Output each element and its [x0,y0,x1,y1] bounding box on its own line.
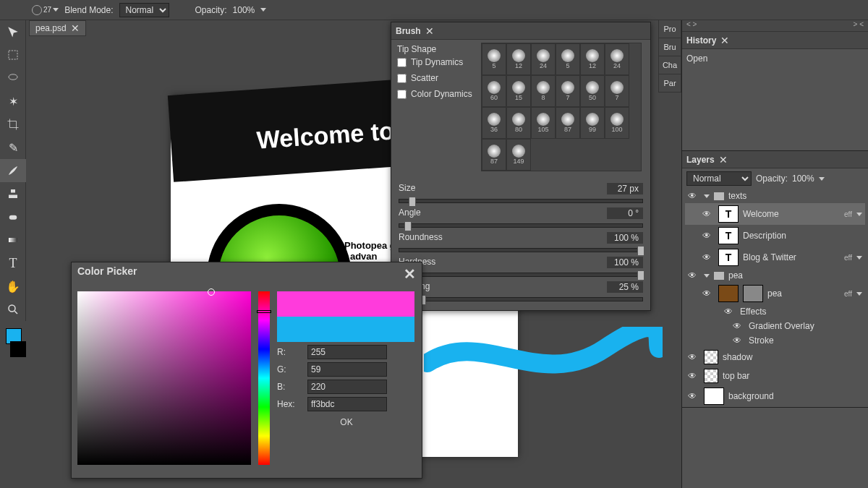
hand-tool[interactable]: ✋ [0,275,26,298]
crop-tool[interactable] [0,113,26,136]
lasso-tool[interactable] [0,67,26,90]
saturation-value-field[interactable] [77,291,251,465]
visibility-icon[interactable]: 👁 [688,352,699,362]
folder-icon [714,192,724,200]
type-tool[interactable]: T [0,252,26,275]
visibility-icon[interactable]: 👁 [688,391,699,401]
dialog-title: Color Picker [77,265,137,283]
brush-tab[interactable]: Tip Shape [397,44,472,54]
document-tab[interactable]: pea.psd ✕ [29,20,86,36]
chevron-down-icon [53,8,59,12]
side-tab[interactable]: Pro [659,20,681,38]
close-icon[interactable]: ✕ [720,35,729,46]
brush-tool[interactable] [0,159,26,182]
visibility-icon[interactable]: 👁 [688,270,699,281]
stamp-tool[interactable] [0,182,26,205]
eyedropper-tool[interactable]: ✎ [0,136,26,159]
brush-preset[interactable]: 7 [605,75,629,107]
color-dynamics-check[interactable]: Color Dynamics [397,86,472,102]
folder-icon [714,272,724,280]
svg-rect-3 [9,238,17,242]
close-icon[interactable]: ✕ [71,22,80,34]
brush-preset[interactable]: 80 [506,107,531,139]
history-item[interactable]: Open [686,53,864,64]
brush-preset[interactable]: 24 [605,43,629,75]
chevron-down-icon[interactable] [819,177,825,181]
collapsed-panel-tabs: Pro Bru Cha Par [658,20,681,93]
visibility-icon[interactable]: 👁 [688,371,699,381]
visibility-icon[interactable]: 👁 [733,321,744,331]
visibility-icon[interactable]: 👁 [702,252,714,262]
brush-preset[interactable]: 36 [482,107,506,139]
zoom-tool[interactable] [0,298,26,321]
gradient-tool[interactable] [0,228,26,252]
history-list[interactable]: Open [682,49,868,150]
eraser-tool[interactable] [0,205,26,228]
brush-preset[interactable]: 50 [580,75,605,107]
chevron-down-icon[interactable] [260,8,266,12]
brush-preset[interactable]: 12 [580,43,605,75]
visibility-icon[interactable]: 👁 [702,231,714,241]
brush-preset[interactable]: 24 [531,43,556,75]
side-tab[interactable]: Cha [659,56,681,74]
close-icon[interactable]: ✕ [425,25,434,37]
visibility-icon[interactable]: 👁 [688,191,699,201]
close-icon[interactable]: ✕ [404,265,416,283]
side-tab[interactable]: Bru [659,38,681,56]
blend-mode-label: Blend Mode: [64,5,113,15]
brush-preset[interactable]: 149 [506,139,531,171]
brush-preset[interactable]: 60 [482,75,506,107]
r-input[interactable] [307,345,387,359]
tool-palette: ✶ ✎ T ✋ [0,20,26,321]
brush-preset[interactable]: 87 [556,107,580,139]
wand-tool[interactable]: ✶ [0,90,26,113]
blend-mode-select[interactable]: Normal [119,3,169,17]
panel-title: Brush [396,26,421,36]
brush-size-indicator[interactable]: 27 [32,5,59,15]
slider-size[interactable]: Size27 px [399,183,643,203]
hue-slider[interactable] [258,291,270,465]
visibility-icon[interactable]: 👁 [702,288,714,299]
close-icon[interactable]: ✕ [719,154,728,166]
visibility-icon[interactable]: 👁 [702,209,714,219]
visibility-icon[interactable]: 👁 [724,307,736,317]
slider-angle[interactable]: Angle0 ° [399,207,643,228]
move-tool[interactable] [0,20,26,43]
slider-roundness[interactable]: Roundness100 % [399,232,643,252]
ok-button[interactable]: OK [277,414,416,430]
brush-preset[interactable]: 87 [482,139,506,171]
brush-preset[interactable]: 99 [580,107,605,139]
brush-preset[interactable]: 105 [531,107,556,139]
slider-spacing[interactable]: Spacing25 % [399,281,643,301]
slider-hardness[interactable]: Hardness100 % [399,257,643,277]
opacity-value[interactable]: 100% [233,5,255,15]
brush-preset-grid[interactable]: 51224512246015875073680105879910087149 [481,43,642,171]
opacity-label: Opacity: [195,5,227,15]
brush-preset[interactable]: 5 [482,43,506,75]
brush-preset[interactable]: 7 [556,75,580,107]
paint-stroke [424,327,663,377]
tip-dynamics-check[interactable]: Tip Dynamics [397,54,472,70]
color-compare [277,291,414,342]
visibility-icon[interactable]: 👁 [733,335,744,346]
options-bar: 27 Blend Mode: Normal Opacity: 100% [0,0,868,20]
brush-preset[interactable]: 100 [605,107,629,139]
marquee-tool[interactable] [0,43,26,67]
brush-preset[interactable]: 8 [531,75,556,107]
brush-panel[interactable]: Brush ✕ Tip Shape Tip Dynamics Scatter C… [391,22,651,311]
panel-title: History [686,35,716,46]
svg-point-4 [9,305,15,312]
layer-list[interactable]: 👁texts 👁TWelcomeeff 👁TDescription 👁TBlog… [682,189,868,407]
brush-preset[interactable]: 12 [506,43,531,75]
side-tab[interactable]: Par [659,74,681,93]
brush-preset[interactable]: 5 [556,43,580,75]
color-picker-dialog[interactable]: Color Picker ✕ R: G: B: Hex: OK [71,262,422,479]
b-input[interactable] [307,380,387,394]
scatter-check[interactable]: Scatter [397,70,472,86]
right-panels: < >> < History✕ Open Layers✕ Normal Opac… [681,20,868,488]
brush-preset[interactable]: 15 [506,75,531,107]
g-input[interactable] [307,362,387,377]
layer-blend-select[interactable]: Normal [686,171,752,186]
hex-input[interactable] [307,397,387,411]
background-swatch[interactable] [10,341,26,357]
